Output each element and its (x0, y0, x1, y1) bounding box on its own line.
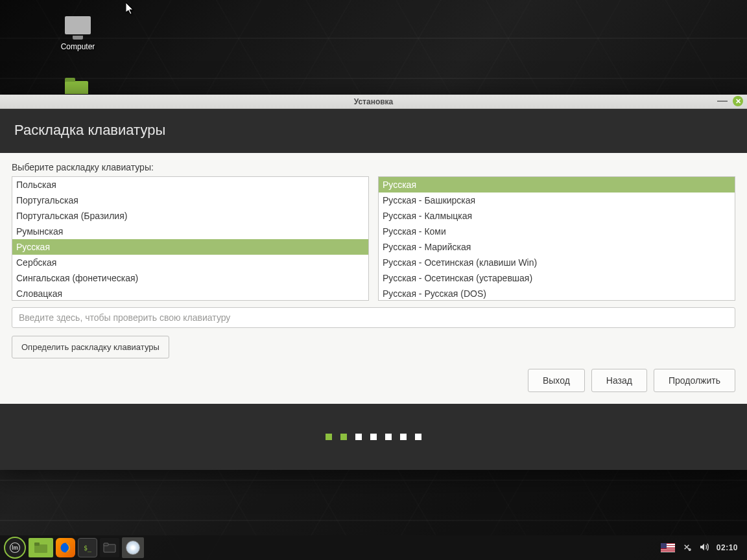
layout-variant-item[interactable]: Русская - Башкирская (379, 192, 735, 208)
window-close-button[interactable]: ✕ (733, 96, 743, 106)
keyboard-indicator-icon[interactable] (661, 543, 675, 552)
progress-dot (326, 434, 332, 440)
progress-dot (355, 434, 362, 440)
start-menu-button[interactable]: lm (4, 537, 26, 559)
layout-language-item[interactable]: Польская (12, 177, 368, 192)
installer-header: Раскладка клавиатуры (0, 109, 747, 153)
svg-rect-3 (34, 542, 40, 546)
taskbar-firefox-icon[interactable] (56, 538, 75, 557)
progress-indicator (0, 404, 747, 470)
monitor-icon (65, 16, 91, 34)
layout-variant-item[interactable]: Русская - Коми (379, 224, 735, 239)
taskbar-installer-icon[interactable] (122, 537, 144, 558)
system-tray: × 02:10 (661, 542, 743, 554)
taskbar-files2-icon[interactable] (100, 538, 119, 557)
progress-dot (370, 434, 377, 440)
svg-text:×: × (689, 548, 690, 551)
layout-language-item[interactable]: Русская (12, 239, 368, 255)
layout-language-item[interactable]: Сингальская (фонетическая) (12, 270, 368, 286)
progress-dot (415, 434, 421, 440)
disc-icon (126, 541, 140, 555)
taskbar-terminal-icon[interactable]: $_ (78, 538, 97, 557)
detect-layout-button[interactable]: Определить раскладку клавиатуры (12, 336, 169, 358)
layout-variant-item[interactable]: Русская - Калмыцкая (379, 208, 735, 224)
quit-button[interactable]: Выход (528, 369, 585, 392)
desktop-icon-computer[interactable]: Computer (52, 16, 104, 51)
taskbar: lm $_ × 02:10 (0, 535, 747, 560)
keyboard-test-input[interactable] (12, 307, 735, 328)
svg-text:lm: lm (12, 545, 18, 551)
back-button[interactable]: Назад (591, 369, 647, 392)
layout-variant-item[interactable]: Русская - Осетинская (устаревшая) (379, 270, 735, 286)
progress-dot (340, 434, 347, 440)
page-title: Раскладка клавиатуры (14, 122, 733, 139)
installer-content: Выберите раскладку клавиатуры: ПольскаяП… (0, 153, 747, 404)
layout-language-list[interactable]: ПольскаяПортугальскаяПортугальская (Браз… (12, 176, 369, 301)
continue-button[interactable]: Продолжить (654, 369, 735, 392)
desktop-icon-folder[interactable] (65, 81, 91, 94)
layout-language-item[interactable]: Португальская (Бразилия) (12, 208, 368, 224)
progress-dot (385, 434, 392, 440)
layout-language-item[interactable]: Сербская (12, 255, 368, 270)
layout-variant-item[interactable]: Русская - Русская (DOS) (379, 286, 735, 301)
window-title: Установка (354, 97, 394, 106)
folder-icon (65, 81, 88, 94)
layout-prompt: Выберите раскладку клавиатуры: (12, 162, 735, 172)
layout-variant-item[interactable]: Русская - Марийская (379, 239, 735, 255)
taskbar-files-icon[interactable] (29, 538, 53, 557)
network-icon[interactable]: × (682, 542, 692, 554)
installer-window: Установка — ✕ Раскладка клавиатуры Выбер… (0, 95, 747, 470)
layout-variant-item[interactable]: Русская - Осетинская (клавиши Win) (379, 255, 735, 270)
svg-rect-6 (104, 543, 108, 546)
volume-icon[interactable] (698, 542, 710, 554)
layout-variant-list[interactable]: РусскаяРусская - БашкирскаяРусская - Кал… (378, 176, 735, 301)
layout-language-item[interactable]: Румынская (12, 224, 368, 239)
clock[interactable]: 02:10 (717, 543, 738, 552)
layout-language-item[interactable]: Словацкая (12, 286, 368, 301)
desktop-icon-label: Computer (52, 42, 104, 51)
layout-language-item[interactable]: Португальская (12, 192, 368, 208)
progress-dot (400, 434, 407, 440)
layout-variant-item[interactable]: Русская (379, 177, 735, 192)
window-titlebar[interactable]: Установка — ✕ (0, 95, 747, 109)
window-minimize-button[interactable]: — (717, 98, 728, 104)
